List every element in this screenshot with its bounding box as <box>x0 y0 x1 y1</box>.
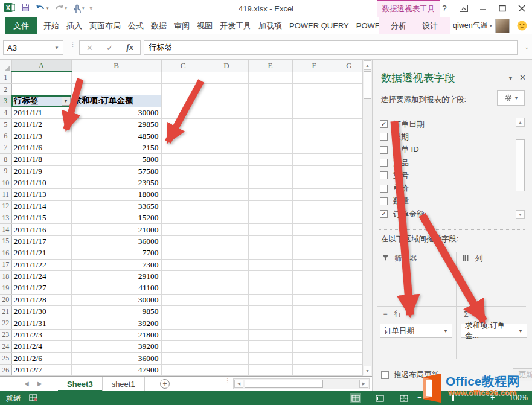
normal-view-icon[interactable] <box>350 393 361 403</box>
field-item-产品[interactable]: 产品 <box>380 156 514 169</box>
field-checkbox[interactable] <box>380 197 388 205</box>
cell-D25[interactable] <box>205 352 248 364</box>
cell-G13[interactable] <box>336 212 362 224</box>
tab-file[interactable]: 文件 <box>5 17 37 34</box>
cell-A10[interactable]: 2011/1/10 <box>11 177 71 188</box>
cell-F23[interactable] <box>292 329 336 340</box>
cell-B7[interactable]: 2150 <box>71 142 161 153</box>
cell-G16[interactable] <box>336 247 362 259</box>
cell-D21[interactable] <box>205 306 248 317</box>
field-item-型号[interactable]: 型号 <box>380 169 514 182</box>
cell-A11[interactable]: 2011/1/13 <box>11 189 71 200</box>
redo-icon[interactable]: ▾ <box>54 4 68 13</box>
cell-C8[interactable] <box>161 154 205 165</box>
row-header-1[interactable]: 1 <box>0 72 11 83</box>
cell-F18[interactable] <box>292 270 336 282</box>
macro-record-icon[interactable] <box>29 394 38 404</box>
cell-C20[interactable] <box>161 294 205 305</box>
cell-B3[interactable]: 求和项:订单金额 <box>71 95 161 107</box>
cell-B9[interactable]: 57580 <box>71 165 161 177</box>
cell-F11[interactable] <box>292 189 336 200</box>
cell-D22[interactable] <box>205 317 248 329</box>
cell-B20[interactable]: 30000 <box>71 294 161 305</box>
cell-C13[interactable] <box>161 212 205 224</box>
cell-E14[interactable] <box>248 224 292 235</box>
values-field-dropdown-icon[interactable]: ▼ <box>518 328 523 334</box>
cell-E23[interactable] <box>248 329 292 340</box>
cell-E26[interactable] <box>248 364 292 375</box>
cell-A15[interactable]: 2011/1/17 <box>11 235 71 247</box>
cell-B13[interactable]: 15200 <box>71 212 161 224</box>
cell-C18[interactable] <box>161 270 205 282</box>
cell-A24[interactable]: 2011/2/4 <box>11 341 71 352</box>
cell-A16[interactable]: 2011/1/21 <box>11 247 71 259</box>
insert-function-icon[interactable]: fx <box>126 43 133 53</box>
cell-C21[interactable] <box>161 306 205 317</box>
cell-F25[interactable] <box>292 352 336 364</box>
pane-options-icon[interactable]: ▼ <box>508 75 513 81</box>
cell-A21[interactable]: 2011/1/30 <box>11 306 71 317</box>
cell-G8[interactable] <box>336 154 362 165</box>
cell-C26[interactable] <box>161 364 205 375</box>
field-checkbox[interactable] <box>380 171 388 179</box>
cell-A9[interactable]: 2011/1/9 <box>11 165 71 177</box>
cell-G26[interactable] <box>336 364 362 375</box>
row-header-5[interactable]: 5 <box>0 119 11 130</box>
cell-B25[interactable]: 36000 <box>71 352 161 364</box>
field-list-scrollbar[interactable]: ▲ ▼ <box>516 118 525 219</box>
cell-D23[interactable] <box>205 329 248 340</box>
tabbar-divider[interactable]: ⋮ <box>225 379 231 382</box>
cell-D5[interactable] <box>205 119 248 130</box>
cancel-icon[interactable]: ✕ <box>86 43 93 53</box>
cell-B18[interactable]: 29100 <box>71 270 161 282</box>
zoom-slider-thumb[interactable] <box>452 395 454 401</box>
excel-logo-icon[interactable]: X <box>4 2 15 16</box>
rows-field-dropdown-icon[interactable]: ▼ <box>443 328 448 334</box>
cell-G17[interactable] <box>336 259 362 270</box>
row-header-25[interactable]: 25 <box>0 352 11 364</box>
column-header-D[interactable]: D <box>205 60 248 72</box>
cell-E10[interactable] <box>248 177 292 188</box>
cell-G12[interactable] <box>336 200 362 212</box>
cell-F19[interactable] <box>292 282 336 294</box>
ribbon-tab-数据[interactable]: 数据 <box>147 21 170 31</box>
sheet-nav-right-icon[interactable]: ▶ <box>37 380 42 387</box>
vertical-scrollbar[interactable]: ▲ ▼ <box>362 60 372 376</box>
page-layout-view-icon[interactable] <box>374 393 385 403</box>
cell-E19[interactable] <box>248 282 292 294</box>
field-item-星期[interactable]: 星期 <box>380 130 514 143</box>
cell-F8[interactable] <box>292 154 336 165</box>
vscroll-thumb[interactable] <box>364 71 371 99</box>
cell-F4[interactable] <box>292 107 336 118</box>
field-checkbox[interactable] <box>380 146 388 154</box>
cell-B21[interactable]: 9850 <box>71 306 161 317</box>
tools-button[interactable]: ▾ <box>497 90 525 106</box>
cell-F16[interactable] <box>292 247 336 259</box>
row-header-10[interactable]: 10 <box>0 177 11 188</box>
field-item-订单 ID[interactable]: 订单 ID <box>380 144 514 156</box>
row-header-21[interactable]: 21 <box>0 306 11 317</box>
cell-A20[interactable]: 2011/1/28 <box>11 294 71 305</box>
cell-F26[interactable] <box>292 364 336 375</box>
row-header-22[interactable]: 22 <box>0 317 11 329</box>
cell-G5[interactable] <box>336 119 362 130</box>
cell-A5[interactable]: 2011/1/2 <box>11 119 71 130</box>
column-header-F[interactable]: F <box>292 60 336 72</box>
cell-E9[interactable] <box>248 165 292 177</box>
field-checkbox[interactable]: ✓ <box>380 120 388 128</box>
formula-input[interactable]: 行标签 <box>144 40 518 55</box>
cell-F2[interactable] <box>292 83 336 95</box>
cell-E11[interactable] <box>248 189 292 200</box>
cell-D3[interactable] <box>205 95 248 107</box>
column-header-E[interactable]: E <box>248 60 292 72</box>
undo-icon[interactable]: ▾ <box>36 4 49 13</box>
row-header-2[interactable]: 2 <box>0 83 11 95</box>
cell-G9[interactable] <box>336 165 362 177</box>
contextual-tab-设计[interactable]: 设计 <box>414 21 446 31</box>
cell-C3[interactable] <box>161 95 205 107</box>
cell-D12[interactable] <box>205 200 248 212</box>
cell-D18[interactable] <box>205 270 248 282</box>
column-header-A[interactable]: A <box>11 60 71 72</box>
cell-B26[interactable]: 47900 <box>71 364 161 375</box>
cell-G18[interactable] <box>336 270 362 282</box>
